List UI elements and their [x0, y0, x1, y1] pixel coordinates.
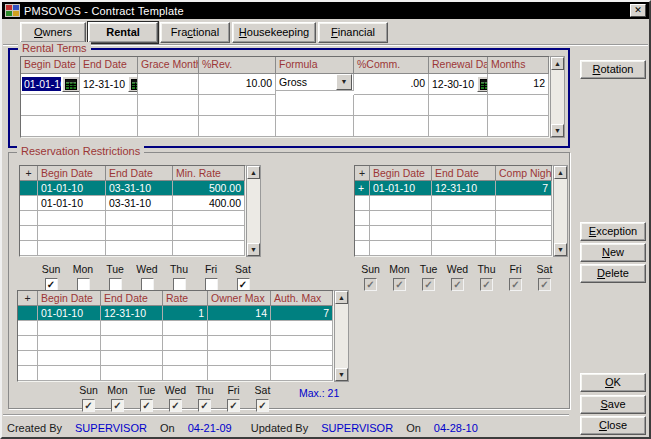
- tab-rental[interactable]: Rental: [88, 22, 158, 43]
- comp-nights-day-filters: Sun✓ Mon✓ Tue✓ Wed✓ Thu✓ Fri✓ Sat✓: [356, 263, 559, 291]
- scroll-down-icon[interactable]: ▼: [247, 243, 260, 256]
- cell-plus: [20, 196, 38, 211]
- day-label: Sat: [255, 384, 271, 396]
- day-checkbox-thu[interactable]: ✓: [198, 399, 211, 412]
- scroll-up-icon[interactable]: ▲: [554, 166, 567, 179]
- panel-top-edge: [3, 44, 648, 46]
- scroll-down-icon[interactable]: ▼: [554, 243, 567, 256]
- rotation-button[interactable]: Rotation: [580, 60, 646, 79]
- col-header-begin-date: Begin Date: [38, 166, 106, 181]
- tab-housekeeping[interactable]: Housekeeping: [232, 22, 316, 43]
- cell-min-rate: 500.00: [173, 181, 245, 196]
- delete-button[interactable]: Delete: [580, 264, 646, 283]
- created-on-label: On: [160, 422, 175, 434]
- table-row[interactable]: + 01-01-10 12-31-10 7: [355, 181, 552, 196]
- day-checkbox-sun[interactable]: ✓: [82, 399, 95, 412]
- day-label: Sun: [79, 384, 98, 396]
- day-label: Fri: [227, 384, 239, 396]
- scroll-up-icon[interactable]: ▲: [335, 291, 348, 304]
- renewal-date-field[interactable]: 12-30-10: [430, 77, 476, 91]
- day-checkbox-sun: ✓: [364, 278, 377, 291]
- col-header-plus: +: [20, 166, 38, 181]
- comp-nights-scrollbar[interactable]: ▲ ▼: [553, 165, 568, 257]
- table-row[interactable]: 01-01-10 12-31-10 1 14 7: [18, 306, 333, 321]
- min-rate-header-row: + Begin Date End Date Min. Rate: [20, 166, 245, 181]
- formula-combo[interactable]: Gross ▼: [276, 74, 354, 91]
- updated-on-date: 04-28-10: [434, 422, 478, 434]
- min-rate-scrollbar[interactable]: ▲ ▼: [246, 165, 261, 257]
- formula-value[interactable]: Gross: [277, 76, 336, 88]
- day-checkbox-mon: ✓: [393, 278, 406, 291]
- title-bar[interactable]: PMSOVOS - Contract Template ✕: [2, 2, 649, 19]
- created-by-label: Created By: [7, 422, 62, 434]
- calendar-icon[interactable]: [62, 76, 80, 92]
- empty-row: [18, 336, 333, 351]
- day-checkbox-sat[interactable]: ✓: [256, 399, 269, 412]
- end-date-field[interactable]: 12-31-10: [81, 77, 127, 91]
- empty-row: [355, 211, 552, 226]
- day-label: Mon: [389, 263, 409, 275]
- status-bar: Created By SUPERVISOR On 04-21-09 Update…: [2, 418, 649, 438]
- cell-owner-max: 14: [208, 306, 271, 321]
- calendar-icon[interactable]: [128, 76, 138, 92]
- comm-pct-field[interactable]: .00: [354, 74, 429, 95]
- table-row[interactable]: 01-01-10 03-31-10 500.00: [20, 181, 245, 196]
- day-label: Mon: [107, 384, 127, 396]
- day-checkbox-mon[interactable]: ✓: [111, 399, 124, 412]
- rental-terms-row[interactable]: 01-01-10 12-31-10 10.00 Gross ▼: [21, 74, 549, 95]
- scroll-down-icon[interactable]: ▼: [551, 124, 564, 137]
- chevron-down-icon[interactable]: ▼: [336, 74, 352, 90]
- rental-terms-table: Begin Date End Date Grace Months %Rev. F…: [20, 56, 550, 138]
- empty-row: [355, 196, 552, 211]
- calendar-icon[interactable]: [477, 76, 488, 92]
- begin-date-cell: 01-01-10: [21, 74, 80, 95]
- scroll-up-icon[interactable]: ▲: [551, 57, 564, 70]
- empty-row: [21, 95, 549, 116]
- comp-nights-header-row: + Begin Date End Date Comp Nights: [355, 166, 552, 181]
- cell-plus: +: [355, 181, 370, 196]
- day-checkbox-wed: ✓: [451, 278, 464, 291]
- col-header-rev-pct: %Rev.: [199, 57, 276, 74]
- close-icon[interactable]: ✕: [630, 4, 646, 17]
- updated-by-label: Updated By: [251, 422, 308, 434]
- begin-date-field[interactable]: 01-01-10: [22, 77, 61, 91]
- rental-terms-label: Rental Terms: [18, 42, 91, 54]
- calendar-grid-icon: [65, 79, 77, 90]
- day-checkbox-wed[interactable]: ✓: [169, 399, 182, 412]
- col-header-formula: Formula: [276, 57, 354, 74]
- months-field[interactable]: 12: [488, 74, 549, 95]
- cell-end-date: 12-31-10: [432, 181, 496, 196]
- tab-fractional[interactable]: Fractional: [160, 22, 230, 43]
- cell-end-date: 12-31-10: [101, 306, 163, 321]
- rev-pct-field[interactable]: 10.00: [199, 74, 276, 95]
- col-header-end-date: End Date: [80, 57, 138, 74]
- rate-table-scrollbar[interactable]: ▲ ▼: [334, 290, 349, 382]
- grace-months-field[interactable]: [138, 74, 199, 95]
- scroll-down-icon[interactable]: ▼: [335, 368, 348, 381]
- day-label: Wed: [447, 263, 468, 275]
- rate-table: + Begin Date End Date Rate Owner Max Aut…: [17, 290, 334, 382]
- col-header-comm-pct: %Comm.: [354, 57, 429, 74]
- tab-financial[interactable]: Financial: [318, 22, 388, 43]
- table-row[interactable]: 01-01-10 03-31-10 400.00: [20, 196, 245, 211]
- day-checkbox-tue: ✓: [422, 278, 435, 291]
- col-header-end-date: End Date: [432, 166, 496, 181]
- day-checkbox-fri[interactable]: ✓: [227, 399, 240, 412]
- col-header-rate: Rate: [163, 291, 208, 306]
- day-label: Tue: [420, 263, 438, 275]
- calendar-grid-icon: [480, 79, 488, 90]
- new-button[interactable]: New: [580, 243, 646, 262]
- day-label: Tue: [138, 384, 156, 396]
- ok-button[interactable]: OK: [580, 373, 646, 392]
- updated-by-value: SUPERVISOR: [321, 422, 393, 434]
- app-icon: [5, 4, 20, 17]
- rental-terms-scrollbar[interactable]: ▲ ▼: [550, 56, 565, 138]
- empty-row: [18, 321, 333, 336]
- exception-button[interactable]: Exception: [580, 222, 646, 241]
- save-button[interactable]: Save: [580, 395, 646, 414]
- day-checkbox-tue[interactable]: ✓: [140, 399, 153, 412]
- day-checkbox-fri: ✓: [509, 278, 522, 291]
- scroll-up-icon[interactable]: ▲: [247, 166, 260, 179]
- tab-owners[interactable]: Owners: [20, 22, 86, 43]
- day-label: Sat: [235, 263, 251, 275]
